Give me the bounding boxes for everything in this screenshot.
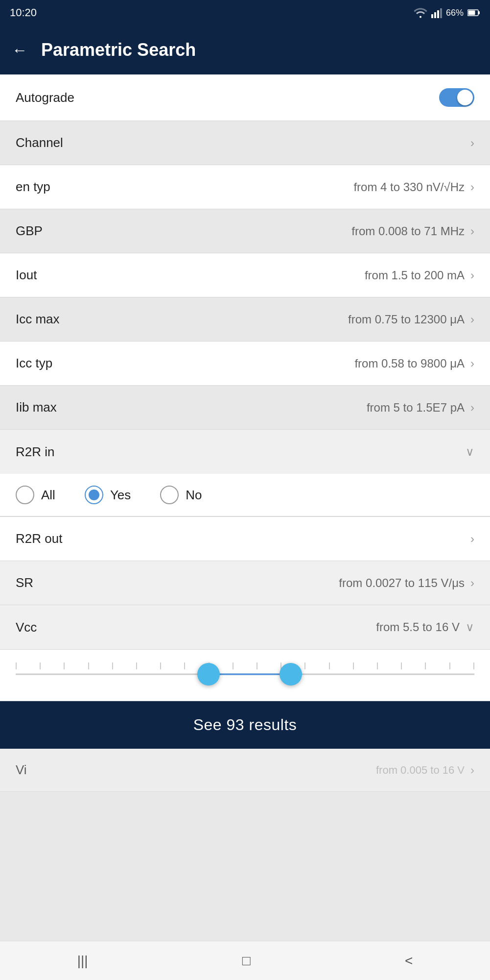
vcc-header[interactable]: Vcc from 5.5 to 16 V ∨ <box>0 605 490 649</box>
gbp-label: GBP <box>16 223 43 239</box>
vcc-label: Vcc <box>16 620 37 635</box>
radio-yes-label: Yes <box>110 488 131 503</box>
r2r-out-chevron: › <box>470 532 474 546</box>
status-bar: 10:20 66% <box>0 0 490 25</box>
iib-max-value: from 5 to 1.5E7 pA <box>367 401 465 415</box>
status-time: 10:20 <box>10 6 37 19</box>
battery-icon <box>467 9 480 17</box>
radio-yes[interactable]: Yes <box>85 486 131 504</box>
partial-vi-row[interactable]: Vi from 0.005 to 16 V › <box>0 749 490 792</box>
content-area: Autograde Channel › en typ from 4 to 330… <box>0 74 490 941</box>
icc-typ-row[interactable]: Icc typ from 0.58 to 9800 μA › <box>0 342 490 386</box>
channel-row[interactable]: Channel › <box>0 121 490 165</box>
nav-bar: ||| □ < <box>0 941 490 980</box>
partial-vi-value: from 0.005 to 16 V <box>376 764 465 777</box>
iib-max-chevron: › <box>470 401 474 415</box>
r2r-in-radio-group: All Yes No <box>0 474 490 516</box>
svg-rect-3 <box>440 8 442 18</box>
r2r-in-header[interactable]: R2R in ∨ <box>0 430 490 474</box>
partial-vi-label: Vi <box>16 762 27 778</box>
svg-rect-0 <box>431 14 433 18</box>
icc-max-chevron: › <box>470 313 474 326</box>
back-button[interactable]: ← <box>12 41 27 59</box>
icc-typ-value: from 0.58 to 9800 μA <box>354 357 465 370</box>
partial-vi-chevron: › <box>470 763 474 777</box>
slider-active-track <box>209 674 291 675</box>
autograde-label: Autograde <box>16 90 74 105</box>
en-typ-value: from 4 to 330 nV/√Hz <box>353 180 465 194</box>
slider-thumb-right[interactable] <box>280 663 302 686</box>
r2r-out-label: R2R out <box>16 531 62 546</box>
r2r-in-section: R2R in ∨ All Yes No <box>0 430 490 517</box>
app-header: ← Parametric Search <box>0 25 490 74</box>
icc-max-label: Icc max <box>16 312 60 327</box>
wifi-icon <box>414 7 427 18</box>
vcc-slider-container <box>0 650 490 701</box>
iib-max-row[interactable]: Iib max from 5 to 1.5E7 pA › <box>0 386 490 430</box>
sr-chevron: › <box>470 576 474 590</box>
r2r-out-row[interactable]: R2R out › <box>0 517 490 561</box>
svg-rect-6 <box>468 11 475 15</box>
sr-value: from 0.0027 to 115 V/μs <box>339 576 465 590</box>
autograde-row: Autograde <box>0 74 490 121</box>
en-typ-row[interactable]: en typ from 4 to 330 nV/√Hz › <box>0 165 490 209</box>
icc-typ-chevron: › <box>470 357 474 370</box>
sr-row[interactable]: SR from 0.0027 to 115 V/μs › <box>0 561 490 605</box>
radio-yes-outer <box>85 486 103 504</box>
radio-all-label: All <box>41 488 55 503</box>
iib-max-label: Iib max <box>16 400 57 415</box>
iout-label: Iout <box>16 268 37 283</box>
en-typ-label: en typ <box>16 179 50 195</box>
vcc-section: Vcc from 5.5 to 16 V ∨ <box>0 605 490 650</box>
nav-recents-icon[interactable]: ||| <box>77 953 88 969</box>
slider-track-area[interactable] <box>16 660 474 689</box>
svg-rect-5 <box>478 11 480 14</box>
sr-label: SR <box>16 575 33 590</box>
battery-text: 66% <box>446 8 464 18</box>
radio-yes-inner <box>89 490 99 500</box>
radio-no[interactable]: No <box>160 486 202 504</box>
icc-max-row[interactable]: Icc max from 0.75 to 12300 μA › <box>0 297 490 342</box>
svg-rect-2 <box>437 10 439 18</box>
icc-max-value: from 0.75 to 12300 μA <box>348 313 465 326</box>
svg-rect-1 <box>434 12 436 18</box>
iout-chevron: › <box>470 269 474 282</box>
radio-no-label: No <box>186 488 202 503</box>
radio-no-outer <box>160 486 179 504</box>
iout-value: from 1.5 to 200 mA <box>365 269 465 282</box>
gbp-chevron: › <box>470 224 474 238</box>
results-button-label: See 93 results <box>193 716 297 734</box>
gbp-value: from 0.008 to 71 MHz <box>351 224 465 238</box>
slider-thumb-left[interactable] <box>197 663 220 686</box>
page-title: Parametric Search <box>41 40 196 60</box>
gbp-row[interactable]: GBP from 0.008 to 71 MHz › <box>0 209 490 253</box>
signal-icon <box>431 7 442 18</box>
r2r-in-label: R2R in <box>16 444 54 460</box>
vcc-chevron-down: ∨ <box>466 620 474 634</box>
iout-row[interactable]: Iout from 1.5 to 200 mA › <box>0 253 490 297</box>
see-results-button[interactable]: See 93 results <box>0 701 490 749</box>
radio-all-outer <box>16 486 34 504</box>
radio-all[interactable]: All <box>16 486 55 504</box>
channel-label: Channel <box>16 135 63 150</box>
nav-back-icon[interactable]: < <box>405 953 413 969</box>
en-typ-chevron: › <box>470 180 474 194</box>
icc-typ-label: Icc typ <box>16 356 52 371</box>
channel-chevron: › <box>470 136 474 150</box>
nav-home-icon[interactable]: □ <box>242 953 251 969</box>
status-icons: 66% <box>414 7 480 18</box>
r2r-in-chevron-down: ∨ <box>466 445 474 459</box>
vcc-value: from 5.5 to 16 V <box>376 620 460 634</box>
autograde-toggle[interactable] <box>439 88 474 107</box>
